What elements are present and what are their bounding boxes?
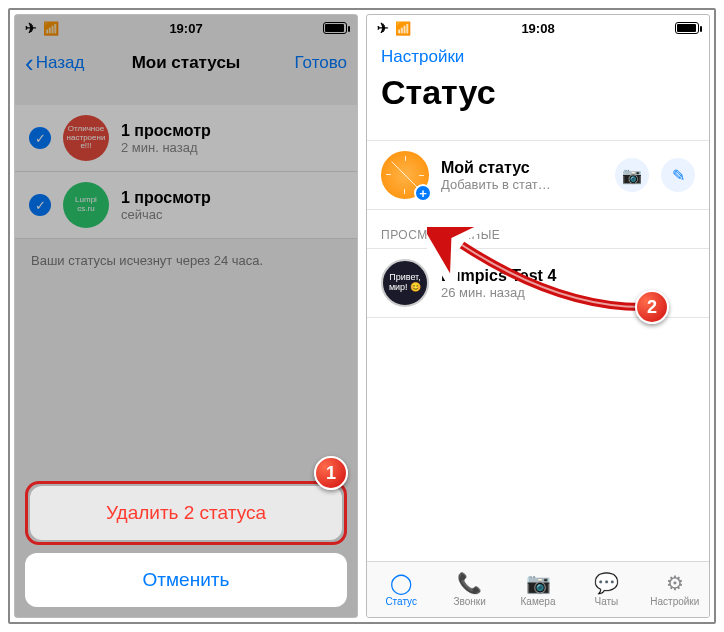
nav-bar: ‹ Назад Мои статусы Готово	[15, 41, 357, 85]
status-bar: 19:07	[15, 15, 357, 41]
status-time: 2 мин. назад	[121, 140, 211, 155]
tab-chats[interactable]: 💬 Чаты	[572, 562, 640, 617]
status-list: ✓ Отличное настроени е!!! 1 просмотр 2 м…	[15, 105, 357, 239]
status-time: сейчас	[121, 207, 211, 222]
contact-name: Lumpics Test 4	[441, 267, 556, 285]
status-expiry-note: Ваши статусы исчезнут через 24 часа.	[15, 239, 357, 282]
tab-bar: ◯ Статус 📞 Звонки 📷 Камера 💬 Чаты ⚙ Наст…	[367, 561, 709, 617]
plus-icon: +	[414, 184, 432, 202]
status-views: 1 просмотр	[121, 122, 211, 140]
camera-icon: 📷	[622, 166, 642, 185]
back-button[interactable]: Настройки	[367, 41, 709, 67]
page-title: Статус	[367, 67, 709, 124]
camera-button[interactable]: 📷	[615, 158, 649, 192]
status-views: 1 просмотр	[121, 189, 211, 207]
battery-icon	[323, 22, 347, 34]
delete-statuses-button[interactable]: Удалить 2 статуса	[30, 486, 342, 540]
checkmark-icon[interactable]: ✓	[29, 194, 51, 216]
my-status-avatar: +	[381, 151, 429, 199]
gear-icon: ⚙	[666, 572, 684, 594]
annotation-highlight: 1 Удалить 2 статуса	[25, 481, 347, 545]
tab-settings[interactable]: ⚙ Настройки	[641, 562, 709, 617]
tutorial-frame: 19:07 ‹ Назад Мои статусы Готово ✓ Отлич…	[8, 8, 716, 624]
pencil-icon: ✎	[672, 166, 685, 185]
status-icon: ◯	[390, 572, 412, 594]
checkmark-icon[interactable]: ✓	[29, 127, 51, 149]
tab-label: Камера	[521, 596, 556, 607]
status-row-text: 1 просмотр сейчас	[121, 189, 211, 222]
camera-icon: 📷	[526, 572, 551, 594]
contact-avatar: Привет, мир! 😊	[381, 259, 429, 307]
callout-2: 2	[635, 290, 669, 324]
status-avatar: Lumpi cs.ru	[63, 182, 109, 228]
callout-1: 1	[314, 456, 348, 490]
tab-label: Настройки	[650, 596, 699, 607]
tab-calls[interactable]: 📞 Звонки	[435, 562, 503, 617]
tab-camera[interactable]: 📷 Камера	[504, 562, 572, 617]
tab-label: Статус	[385, 596, 417, 607]
tab-label: Звонки	[453, 596, 485, 607]
status-time: 26 мин. назад	[441, 285, 556, 300]
my-status-subtitle: Добавить в стат…	[441, 177, 603, 192]
tab-status[interactable]: ◯ Статус	[367, 562, 435, 617]
status-bar: 19:08	[367, 15, 709, 41]
clock: 19:07	[15, 21, 357, 36]
battery-icon	[675, 22, 699, 34]
status-avatar: Отличное настроени е!!!	[63, 115, 109, 161]
status-row[interactable]: ✓ Lumpi cs.ru 1 просмотр сейчас	[15, 172, 357, 239]
phone-left: 19:07 ‹ Назад Мои статусы Готово ✓ Отлич…	[14, 14, 358, 618]
chat-icon: 💬	[594, 572, 619, 594]
my-status-row[interactable]: + Мой статус Добавить в стат… 📷 ✎	[367, 140, 709, 210]
clock: 19:08	[367, 21, 709, 36]
cancel-button[interactable]: Отменить	[25, 553, 347, 607]
phone-right: 19:08 Настройки Статус + Мой статус Доба…	[366, 14, 710, 618]
section-header-viewed: ПРОСМОТРЕННЫЕ	[367, 210, 709, 248]
action-sheet: 1 Удалить 2 статуса Отменить	[25, 481, 347, 607]
my-status-title: Мой статус	[441, 159, 603, 177]
tab-label: Чаты	[595, 596, 619, 607]
nav-title: Мои статусы	[15, 53, 357, 73]
edit-button[interactable]: ✎	[661, 158, 695, 192]
phone-icon: 📞	[457, 572, 482, 594]
status-row-text: 1 просмотр 2 мин. назад	[121, 122, 211, 155]
status-row[interactable]: ✓ Отличное настроени е!!! 1 просмотр 2 м…	[15, 105, 357, 172]
